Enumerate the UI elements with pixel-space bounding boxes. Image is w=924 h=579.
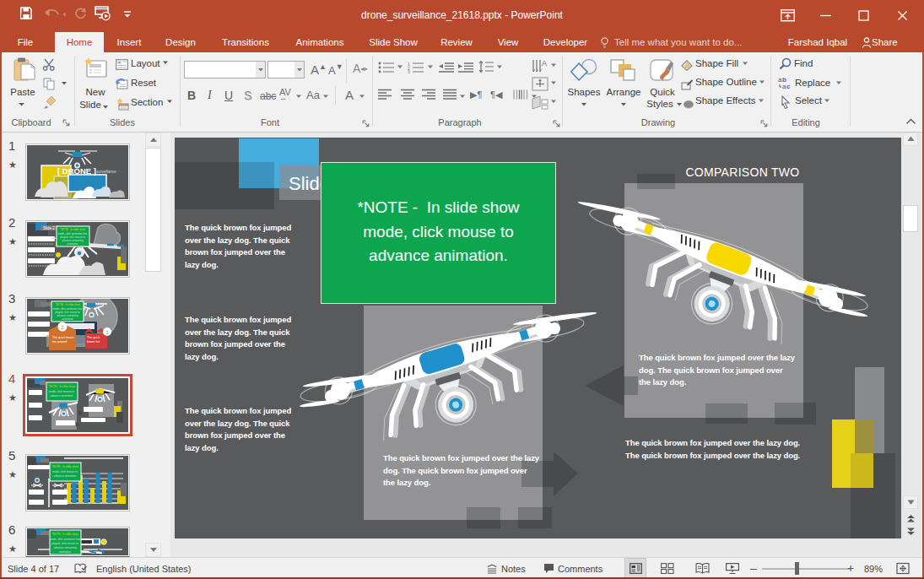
svg-text:animation: animation — [59, 550, 71, 554]
svg-text:*NOTE - In slide show: *NOTE - In slide show — [51, 465, 78, 468]
svg-text:*NOTE - In slide show: *NOTE - In slide show — [60, 228, 85, 231]
svg-text:*NOTE - In slide show: *NOTE - In slide show — [51, 533, 78, 536]
svg-text:mode, click mouse to: mode, click mouse to — [49, 390, 74, 393]
svg-text:3: 3 — [408, 69, 410, 73]
svg-text:The quick: The quick — [87, 336, 100, 339]
svg-text:c: c — [786, 83, 791, 89]
svg-text:[ DRONE ]: [ DRONE ] — [57, 166, 96, 176]
svg-text:*NOTE - In slide show: *NOTE - In slide show — [48, 385, 75, 388]
svg-text:played, click mouse to: played, click mouse to — [51, 542, 78, 545]
svg-text:mode, after animation has: mode, after animation has — [50, 538, 81, 541]
svg-text:fox jumped: fox jumped — [52, 340, 67, 344]
svg-text:mode, click mouse to: mode, click mouse to — [52, 470, 78, 473]
svg-text:A: A — [542, 59, 547, 68]
svg-text:animation: animation — [67, 242, 78, 246]
svg-text:advance remaining: advance remaining — [54, 546, 77, 549]
svg-text:animation: animation — [62, 317, 73, 321]
svg-text:advance animation: advance animation — [54, 474, 77, 478]
svg-text:Slide 2: Slide 2 — [43, 226, 55, 230]
svg-text:The quick brown: The quick brown — [52, 336, 74, 339]
svg-text:brown fox: brown fox — [87, 340, 100, 344]
svg-text:*NOTE - In slide show: *NOTE - In slide show — [55, 303, 80, 306]
svg-text:surveillance: surveillance — [96, 170, 116, 174]
svg-text:advance animation: advance animation — [51, 394, 73, 398]
